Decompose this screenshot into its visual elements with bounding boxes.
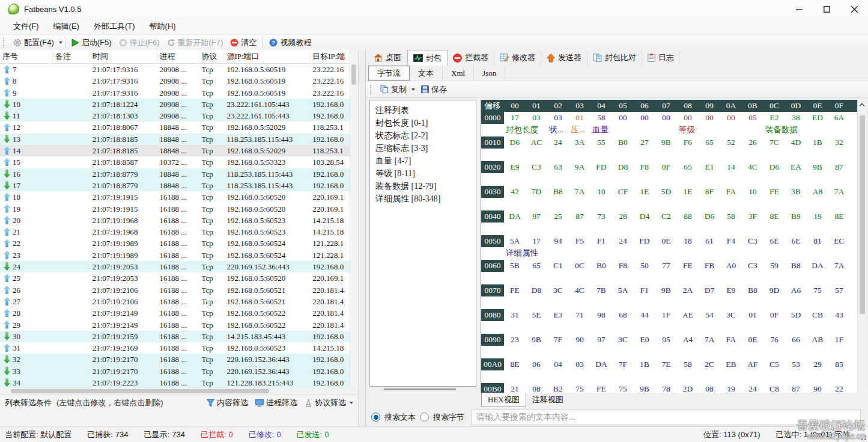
- hex-byte[interactable]: D6: [504, 138, 526, 147]
- hex-byte[interactable]: 26: [742, 138, 763, 147]
- hex-byte[interactable]: 3F: [742, 212, 763, 221]
- hex-byte[interactable]: 10: [590, 187, 612, 197]
- hex-byte[interactable]: D8: [612, 162, 634, 172]
- hex-byte[interactable]: CF: [612, 187, 634, 197]
- hex-byte[interactable]: FD: [590, 162, 612, 172]
- table-row[interactable]: 29 21:07:19:2149 16188 ...Tcp 192.168.0.…: [0, 319, 350, 331]
- hex-byte[interactable]: 66: [785, 335, 807, 345]
- hex-byte[interactable]: 43: [828, 310, 850, 320]
- hex-byte[interactable]: D8: [526, 286, 547, 295]
- hex-byte[interactable]: 31: [504, 310, 526, 320]
- hex-byte[interactable]: 75: [807, 286, 828, 295]
- tab-封包[interactable]: 封包: [407, 50, 448, 66]
- hex-byte[interactable]: 32: [828, 138, 850, 147]
- hex-byte[interactable]: B8: [785, 261, 807, 271]
- close-button[interactable]: [840, 0, 868, 18]
- toolbar-grip[interactable]: [3, 38, 7, 48]
- resize-grip[interactable]: [864, 438, 866, 440]
- toolbar-button[interactable]: 启动(F5): [68, 36, 115, 49]
- hex-byte[interactable]: 2C: [699, 360, 720, 369]
- hex-byte[interactable]: 03: [526, 113, 547, 123]
- hex-byte[interactable]: 53: [785, 360, 807, 369]
- hex-byte[interactable]: B2: [547, 384, 569, 393]
- hex-byte[interactable]: 71: [569, 310, 590, 320]
- hex-byte[interactable]: 17: [526, 236, 547, 246]
- hex-view[interactable]: 偏移 000102030405060708090A0B0C0D0E0F 0000…: [481, 100, 857, 393]
- hex-byte[interactable]: 78: [655, 384, 677, 393]
- hex-byte[interactable]: 6E: [763, 236, 785, 246]
- table-row[interactable]: 13 21:07:18:8185 18848 ...Tcp 118.253.18…: [0, 134, 350, 145]
- capture-table-hscrollbar[interactable]: [0, 388, 358, 394]
- hex-byte[interactable]: 5D: [785, 310, 807, 320]
- hex-byte[interactable]: 1E: [677, 187, 699, 197]
- hex-byte[interactable]: 0F: [655, 162, 677, 172]
- hex-byte[interactable]: 22: [828, 384, 850, 393]
- hex-byte[interactable]: 52: [720, 138, 742, 147]
- hex-byte[interactable]: 4C: [569, 286, 590, 295]
- hex-byte[interactable]: 19: [720, 384, 742, 393]
- hex-byte[interactable]: A4: [677, 335, 699, 345]
- tab-日志[interactable]: 日志: [642, 50, 680, 66]
- hex-byte[interactable]: B0: [590, 261, 612, 271]
- hex-byte[interactable]: 01: [569, 113, 590, 123]
- hex-byte[interactable]: 1B: [634, 360, 655, 369]
- radio-搜索文本[interactable]: [371, 413, 380, 422]
- hex-byte[interactable]: 9B: [807, 162, 828, 172]
- hex-byte[interactable]: AC: [526, 138, 547, 147]
- hex-byte[interactable]: FD: [634, 236, 655, 246]
- copy-dropdown-caret[interactable]: [411, 88, 415, 91]
- hex-byte[interactable]: 90: [569, 335, 590, 345]
- hex-byte[interactable]: 9B: [655, 138, 677, 147]
- hex-byte[interactable]: 97: [526, 212, 547, 221]
- hex-byte[interactable]: 08: [699, 384, 720, 393]
- hex-byte[interactable]: F1: [590, 236, 612, 246]
- hex-byte[interactable]: 4C: [742, 162, 763, 172]
- table-row[interactable]: 8 21:07:17:9316 20908 ...Tcp 192.168.0.5…: [0, 75, 350, 87]
- hex-byte[interactable]: 29: [807, 360, 828, 369]
- hex-byte[interactable]: 9B: [526, 335, 547, 345]
- hex-byte[interactable]: 44: [634, 310, 655, 320]
- annotation-item[interactable]: 压缩标志 [3-3]: [375, 142, 470, 155]
- hex-byte[interactable]: 7A: [828, 187, 850, 197]
- hex-byte[interactable]: 88: [677, 212, 699, 221]
- subtab-文本[interactable]: 文本: [410, 66, 443, 81]
- hex-byte[interactable]: 14: [720, 162, 742, 172]
- hex-byte[interactable]: 65: [699, 138, 720, 147]
- hex-byte[interactable]: 87: [569, 212, 590, 221]
- hex-byte[interactable]: 98: [590, 310, 612, 320]
- hex-byte[interactable]: FE: [677, 261, 699, 271]
- hex-byte[interactable]: C3: [742, 261, 763, 271]
- hex-byte[interactable]: 61: [699, 236, 720, 246]
- annotation-item[interactable]: 封包长度 [0-1]: [375, 117, 470, 129]
- hex-byte[interactable]: 5A: [504, 236, 526, 246]
- hex-byte[interactable]: 3A: [569, 138, 590, 147]
- hex-byte[interactable]: 2D: [677, 384, 699, 393]
- menu-item[interactable]: 帮助(H): [142, 19, 183, 34]
- hex-byte[interactable]: 8E: [763, 212, 785, 221]
- table-row[interactable]: 20 21:07:19:1968 16188 ...Tcp 192.168.0.…: [0, 215, 350, 226]
- hex-byte[interactable]: 77: [655, 261, 677, 271]
- hex-byte[interactable]: F1: [634, 286, 655, 295]
- hex-byte[interactable]: A8: [807, 187, 828, 197]
- hex-byte[interactable]: 65: [526, 261, 547, 271]
- table-row[interactable]: 12 21:07:18:8067 18848 ...Tcp 192.168.0.…: [0, 121, 350, 133]
- hex-byte[interactable]: 00: [699, 113, 720, 123]
- hex-byte[interactable]: 05: [742, 113, 763, 123]
- hex-byte[interactable]: 75: [612, 384, 634, 393]
- hex-byte[interactable]: 04: [547, 360, 569, 369]
- hex-byte[interactable]: 21: [504, 384, 526, 393]
- hex-byte[interactable]: 57: [828, 286, 850, 295]
- hex-byte[interactable]: 10: [742, 187, 763, 197]
- hex-byte[interactable]: FE: [590, 384, 612, 393]
- hex-byte[interactable]: AB: [807, 335, 828, 345]
- table-row[interactable]: 7 21:07:17:9316 20908 ...Tcp 192.168.0.5…: [0, 64, 350, 75]
- hex-byte[interactable]: E9: [720, 286, 742, 295]
- hex-byte[interactable]: 95: [655, 335, 677, 345]
- hex-byte[interactable]: 42: [504, 187, 526, 197]
- hex-byte[interactable]: 1B: [807, 138, 828, 147]
- copy-button[interactable]: 复制: [377, 83, 410, 96]
- table-row[interactable]: 24 21:07:19:2053 16188 ...Tcp 220.169.15…: [0, 261, 350, 272]
- tab-发送器[interactable]: 发送器: [541, 50, 587, 66]
- scroll-up-icon[interactable]: [859, 102, 865, 108]
- hex-byte[interactable]: FA: [720, 187, 742, 197]
